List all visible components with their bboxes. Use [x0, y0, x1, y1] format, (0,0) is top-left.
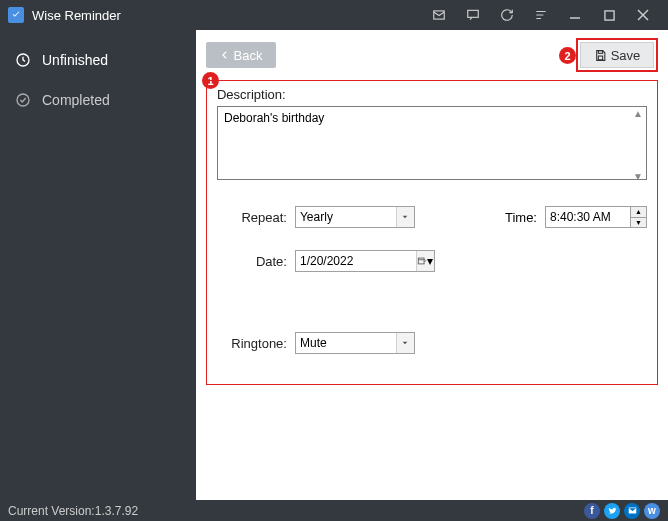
maximize-button[interactable]: [592, 0, 626, 30]
repeat-value: Yearly: [300, 210, 333, 224]
spinner-down-icon[interactable]: ▼: [631, 218, 646, 228]
version-label: Current Version:: [8, 504, 95, 518]
spinner-up-icon[interactable]: ▲: [631, 207, 646, 218]
time-value: 8:40:30 AM: [550, 210, 611, 224]
calendar-dropdown-icon: ▾: [416, 251, 434, 271]
date-input[interactable]: 1/20/2022 ▾: [295, 250, 435, 272]
repeat-select[interactable]: Yearly: [295, 206, 415, 228]
clock-icon: [14, 51, 32, 69]
svg-rect-10: [419, 258, 425, 264]
sidebar-item-unfinished[interactable]: Unfinished: [0, 40, 196, 80]
app-logo-icon: [8, 7, 24, 23]
svg-rect-9: [598, 56, 602, 60]
wise-icon[interactable]: w: [644, 503, 660, 519]
check-circle-icon: [14, 91, 32, 109]
time-input[interactable]: 8:40:30 AM ▲ ▼: [545, 206, 647, 228]
back-button[interactable]: Back: [206, 42, 276, 68]
sidebar-item-completed[interactable]: Completed: [0, 80, 196, 120]
ringtone-label: Ringtone:: [217, 336, 287, 351]
save-button-label: Save: [611, 48, 641, 63]
app-title: Wise Reminder: [32, 8, 121, 23]
description-input[interactable]: [217, 106, 647, 180]
annotation-badge-2: 2: [559, 47, 576, 64]
date-value: 1/20/2022: [300, 254, 353, 268]
feedback-icon[interactable]: [456, 0, 490, 30]
chevron-down-icon: [396, 333, 414, 353]
sidebar-item-label: Completed: [42, 92, 110, 108]
svg-point-7: [17, 94, 29, 106]
svg-rect-3: [604, 10, 613, 19]
back-button-label: Back: [234, 48, 263, 63]
svg-rect-1: [468, 10, 479, 17]
ringtone-select[interactable]: Mute: [295, 332, 415, 354]
title-bar: Wise Reminder: [0, 0, 668, 30]
toolbar: Back Save: [206, 36, 658, 74]
form-panel: Description: ▲ ▼ Repeat: Yearly Time: 8:…: [206, 80, 658, 385]
facebook-icon[interactable]: f: [584, 503, 600, 519]
date-label: Date:: [217, 254, 287, 269]
twitter-icon[interactable]: [604, 503, 620, 519]
status-bar: Current Version: 1.3.7.92 f w: [0, 500, 668, 521]
time-spinner[interactable]: ▲ ▼: [630, 207, 646, 227]
time-label: Time:: [505, 210, 537, 225]
refresh-icon[interactable]: [490, 0, 524, 30]
email-icon[interactable]: [624, 503, 640, 519]
content-area: Back Save 1 2 Description: ▲ ▼ Repeat: [196, 30, 668, 500]
save-button[interactable]: Save: [580, 42, 654, 68]
version-value: 1.3.7.92: [95, 504, 138, 518]
minimize-button[interactable]: [558, 0, 592, 30]
close-button[interactable]: [626, 0, 660, 30]
mail-icon[interactable]: [422, 0, 456, 30]
sidebar: Unfinished Completed: [0, 30, 196, 500]
menu-icon[interactable]: [524, 0, 558, 30]
ringtone-value: Mute: [300, 336, 327, 350]
chevron-down-icon: [396, 207, 414, 227]
svg-rect-8: [598, 50, 602, 53]
repeat-label: Repeat:: [217, 210, 287, 225]
sidebar-item-label: Unfinished: [42, 52, 108, 68]
save-highlight-frame: Save: [576, 38, 658, 72]
description-label: Description:: [217, 87, 647, 102]
